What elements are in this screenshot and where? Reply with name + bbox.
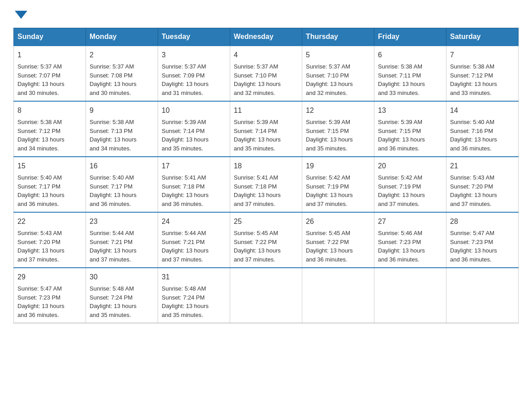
daylight-label: Daylight: 13 hours (90, 81, 137, 87)
sunrise-label: Sunrise: 5:37 AM (17, 63, 62, 70)
week-row-3: 15Sunrise: 5:40 AMSunset: 7:17 PMDayligh… (14, 157, 519, 212)
sunset-label: Sunset: 7:23 PM (17, 294, 60, 301)
day-number: 19 (306, 161, 370, 171)
day-number: 26 (306, 216, 370, 227)
daylight-label: Daylight: 13 hours (17, 247, 64, 254)
daylight-label: Daylight: 13 hours (90, 303, 137, 309)
sunrise-label: Sunrise: 5:43 AM (17, 230, 62, 236)
calendar-cell: 21Sunrise: 5:43 AMSunset: 7:20 PMDayligh… (446, 157, 519, 212)
daylight-label: Daylight: 13 hours (17, 192, 64, 198)
daylight-minutes: and 32 minutes. (306, 90, 348, 96)
calendar-cell (374, 268, 446, 323)
sunset-label: Sunset: 7:18 PM (234, 183, 277, 190)
daylight-minutes: and 36 minutes. (90, 201, 131, 207)
sunset-label: Sunset: 7:13 PM (90, 128, 133, 134)
day-number: 21 (450, 161, 515, 171)
calendar-cell: 26Sunrise: 5:45 AMSunset: 7:22 PMDayligh… (302, 212, 374, 268)
day-number: 6 (378, 50, 442, 60)
daylight-label: Daylight: 13 hours (90, 247, 137, 254)
sunset-label: Sunset: 7:21 PM (90, 239, 133, 245)
daylight-label: Daylight: 13 hours (450, 247, 497, 254)
sunset-label: Sunset: 7:08 PM (90, 72, 133, 79)
week-row-4: 22Sunrise: 5:43 AMSunset: 7:20 PMDayligh… (14, 212, 519, 268)
daylight-label: Daylight: 13 hours (378, 247, 425, 254)
week-row-5: 29Sunrise: 5:47 AMSunset: 7:23 PMDayligh… (14, 268, 519, 323)
day-number: 23 (90, 216, 154, 227)
daylight-minutes: and 36 minutes. (378, 145, 420, 152)
calendar-cell: 31Sunrise: 5:48 AMSunset: 7:24 PMDayligh… (158, 268, 230, 323)
daylight-label: Daylight: 13 hours (378, 81, 425, 87)
daylight-minutes: and 34 minutes. (17, 145, 59, 152)
daylight-label: Daylight: 13 hours (450, 81, 497, 87)
sunset-label: Sunset: 7:16 PM (450, 128, 493, 134)
calendar-cell (446, 268, 519, 323)
sunset-label: Sunset: 7:22 PM (234, 239, 277, 245)
daylight-label: Daylight: 13 hours (306, 136, 353, 143)
daylight-minutes: and 36 minutes. (162, 201, 203, 207)
page-header (13, 9, 519, 19)
sunrise-label: Sunrise: 5:46 AM (378, 230, 422, 236)
daylight-minutes: and 33 minutes. (378, 90, 420, 96)
sunrise-label: Sunrise: 5:39 AM (162, 119, 206, 125)
sunset-label: Sunset: 7:12 PM (450, 72, 493, 79)
day-number: 11 (234, 105, 298, 116)
calendar-cell: 19Sunrise: 5:42 AMSunset: 7:19 PMDayligh… (302, 157, 374, 212)
day-number: 20 (378, 161, 442, 171)
daylight-label: Daylight: 13 hours (450, 192, 497, 198)
calendar-cell: 30Sunrise: 5:48 AMSunset: 7:24 PMDayligh… (86, 268, 158, 323)
daylight-label: Daylight: 13 hours (378, 192, 425, 198)
calendar-cell: 13Sunrise: 5:39 AMSunset: 7:15 PMDayligh… (374, 101, 446, 157)
sunrise-label: Sunrise: 5:38 AM (378, 63, 422, 70)
sunset-label: Sunset: 7:14 PM (162, 128, 205, 134)
daylight-minutes: and 35 minutes. (162, 312, 203, 318)
calendar-cell: 22Sunrise: 5:43 AMSunset: 7:20 PMDayligh… (14, 212, 86, 268)
week-row-1: 1Sunrise: 5:37 AMSunset: 7:07 PMDaylight… (14, 46, 519, 101)
calendar-cell: 15Sunrise: 5:40 AMSunset: 7:17 PMDayligh… (14, 157, 86, 212)
calendar-cell: 10Sunrise: 5:39 AMSunset: 7:14 PMDayligh… (158, 101, 230, 157)
sunset-label: Sunset: 7:21 PM (162, 239, 205, 245)
day-number: 13 (378, 105, 442, 116)
sunrise-label: Sunrise: 5:44 AM (90, 230, 134, 236)
daylight-minutes: and 36 minutes. (450, 145, 492, 152)
sunset-label: Sunset: 7:12 PM (17, 128, 60, 134)
sunrise-label: Sunrise: 5:42 AM (306, 174, 350, 181)
sunrise-label: Sunrise: 5:37 AM (234, 63, 278, 70)
daylight-minutes: and 36 minutes. (17, 312, 59, 318)
daylight-minutes: and 36 minutes. (306, 256, 348, 263)
sunrise-label: Sunrise: 5:38 AM (17, 119, 62, 125)
daylight-minutes: and 37 minutes. (90, 256, 131, 263)
daylight-label: Daylight: 13 hours (306, 81, 353, 87)
calendar-cell: 4Sunrise: 5:37 AMSunset: 7:10 PMDaylight… (230, 46, 302, 101)
daylight-label: Daylight: 13 hours (162, 81, 209, 87)
calendar-cell: 7Sunrise: 5:38 AMSunset: 7:12 PMDaylight… (446, 46, 519, 101)
calendar-cell: 9Sunrise: 5:38 AMSunset: 7:13 PMDaylight… (86, 101, 158, 157)
sunset-label: Sunset: 7:20 PM (450, 183, 493, 190)
sunrise-label: Sunrise: 5:48 AM (162, 285, 206, 292)
daylight-minutes: and 37 minutes. (378, 201, 420, 207)
col-header-monday: Monday (86, 28, 158, 46)
daylight-label: Daylight: 13 hours (450, 136, 497, 143)
day-number: 8 (17, 105, 82, 116)
sunset-label: Sunset: 7:15 PM (378, 128, 421, 134)
day-number: 17 (162, 161, 226, 171)
daylight-minutes: and 36 minutes. (450, 256, 492, 263)
daylight-label: Daylight: 13 hours (162, 192, 209, 198)
daylight-minutes: and 35 minutes. (306, 145, 348, 152)
week-row-2: 8Sunrise: 5:38 AMSunset: 7:12 PMDaylight… (14, 101, 519, 157)
sunrise-label: Sunrise: 5:45 AM (306, 230, 350, 236)
daylight-label: Daylight: 13 hours (234, 247, 281, 254)
sunset-label: Sunset: 7:07 PM (17, 72, 60, 79)
sunrise-label: Sunrise: 5:37 AM (90, 63, 134, 70)
day-number: 22 (17, 216, 82, 227)
calendar-cell: 8Sunrise: 5:38 AMSunset: 7:12 PMDaylight… (14, 101, 86, 157)
sunrise-label: Sunrise: 5:40 AM (17, 174, 62, 181)
daylight-minutes: and 33 minutes. (450, 90, 492, 96)
sunset-label: Sunset: 7:19 PM (306, 183, 349, 190)
sunrise-label: Sunrise: 5:37 AM (162, 63, 206, 70)
calendar-cell: 3Sunrise: 5:37 AMSunset: 7:09 PMDaylight… (158, 46, 230, 101)
sunset-label: Sunset: 7:24 PM (90, 294, 133, 301)
calendar-cell (302, 268, 374, 323)
calendar-cell: 2Sunrise: 5:37 AMSunset: 7:08 PMDaylight… (86, 46, 158, 101)
daylight-minutes: and 37 minutes. (17, 256, 59, 263)
calendar-table: SundayMondayTuesdayWednesdayThursdayFrid… (13, 28, 519, 323)
